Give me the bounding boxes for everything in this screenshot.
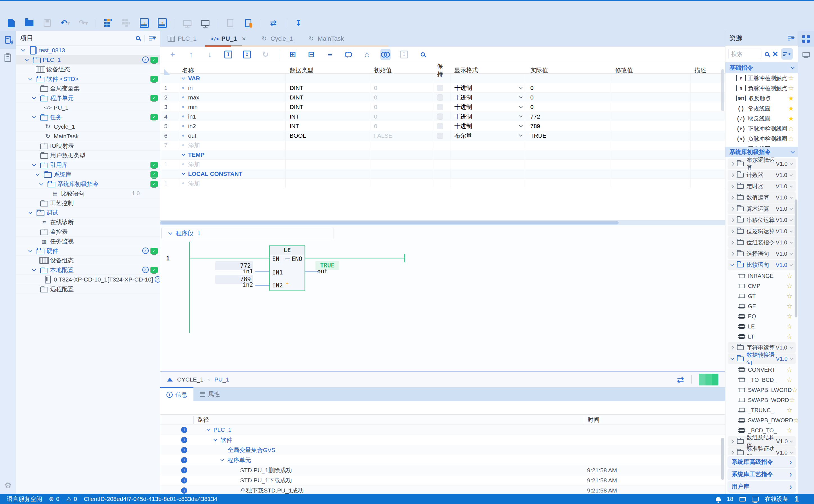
- library-row[interactable]: 位逻辑运算 V1.0: [728, 226, 796, 237]
- dropdown-chevron-icon[interactable]: [519, 95, 523, 99]
- compile-icon[interactable]: [103, 17, 114, 29]
- variable-name[interactable]: TEMP: [188, 151, 205, 158]
- retain-checkbox[interactable]: [437, 94, 443, 101]
- notification-count[interactable]: 18: [727, 496, 733, 502]
- initial-value[interactable]: 0: [374, 113, 377, 120]
- chevron-down-icon[interactable]: [790, 218, 793, 221]
- variable-name[interactable]: in2: [188, 123, 196, 130]
- chevron-down-icon[interactable]: [28, 210, 32, 214]
- chevron-down-icon[interactable]: [32, 114, 36, 118]
- chevron-icon[interactable]: [731, 241, 734, 244]
- library-row[interactable]: 位组装指令 V1.0: [728, 237, 796, 248]
- breadcrumb-unit[interactable]: PU_1: [214, 376, 229, 383]
- chevron-down-icon[interactable]: [790, 346, 793, 349]
- library-row[interactable]: 标准验证功能 V1.0: [728, 447, 796, 455]
- error-count[interactable]: ⊗0: [49, 496, 59, 502]
- chevron-down-icon[interactable]: [28, 76, 32, 80]
- project-tree-item[interactable]: 全局变量集: [16, 84, 160, 93]
- VAR[interactable]: VAR: [160, 74, 725, 83]
- upload-from-device-icon[interactable]: ↑: [156, 17, 168, 29]
- in2-operand[interactable]: in2: [216, 281, 253, 288]
- table-scrollbar[interactable]: [721, 69, 724, 111]
- log-row[interactable]: 软件: [160, 435, 725, 445]
- instruction-item[interactable]: S 置位线圈: [726, 144, 798, 147]
- library-row[interactable]: LT: [728, 332, 796, 342]
- library-row[interactable]: GT: [728, 291, 796, 301]
- log-message[interactable]: STD.PU_1删除成功: [240, 466, 292, 474]
- star-icon[interactable]: [793, 416, 798, 424]
- chevron-down-icon[interactable]: [790, 451, 793, 454]
- online-monitor-icon[interactable]: [199, 17, 211, 29]
- chevron-down-icon[interactable]: [790, 207, 793, 210]
- chevron-down-icon[interactable]: [790, 357, 793, 360]
- bell-icon[interactable]: [716, 497, 721, 501]
- log-message[interactable]: 软件: [221, 436, 232, 444]
- insert-below-icon[interactable]: ⊟: [306, 49, 316, 60]
- chevron-down-icon[interactable]: [790, 162, 793, 165]
- display-format[interactable]: 十进制: [454, 94, 472, 101]
- chevron-down-icon[interactable]: [790, 173, 793, 176]
- star-icon[interactable]: [788, 94, 794, 102]
- project-tree-item[interactable]: 监控表: [16, 227, 160, 237]
- library-row[interactable]: SWAPB_DWORD: [728, 415, 796, 425]
- variable-name[interactable]: min: [188, 104, 198, 110]
- select-all-triangle[interactable]: [164, 69, 170, 75]
- edit-tools-icon[interactable]: [772, 51, 778, 57]
- collapsed-section[interactable]: 系统库工艺指令 ›: [728, 469, 796, 480]
- library-row[interactable]: 比较语句 V1.0: [728, 260, 796, 270]
- variable-name[interactable]: in: [188, 85, 192, 91]
- retain-checkbox[interactable]: [437, 113, 443, 120]
- swap-view-icon[interactable]: ⇄: [677, 375, 684, 385]
- export-icon[interactable]: ↥: [242, 49, 252, 60]
- collapsed-section[interactable]: 用户库 ›: [728, 481, 796, 492]
- star-icon[interactable]: [786, 406, 792, 414]
- project-tree-item[interactable]: 工艺控制: [16, 198, 160, 208]
- chevron-down-icon[interactable]: [28, 248, 32, 252]
- chevron-icon[interactable]: [731, 185, 734, 188]
- display-format[interactable]: 十进制: [454, 113, 472, 121]
- out-operand[interactable]: out: [317, 268, 328, 275]
- variable-name[interactable]: VAR: [188, 75, 200, 82]
- initial-value[interactable]: 0: [374, 94, 377, 101]
- star-icon[interactable]: [788, 135, 794, 143]
- star-icon[interactable]: [788, 125, 794, 133]
- log-row[interactable]: 单独下载STD.PU_1成功 9:21:58 AM: [160, 485, 725, 494]
- project-tree-item[interactable]: 本地配置: [16, 265, 160, 275]
- editor-tab[interactable]: MainTask ×: [300, 31, 351, 47]
- sort-filter-icon[interactable]: [788, 36, 794, 41]
- chevron-down-icon[interactable]: [21, 47, 25, 51]
- project-tree-item[interactable]: test_0813: [16, 46, 160, 55]
- initial-value[interactable]: 0: [374, 104, 377, 110]
- star-icon[interactable]: [786, 272, 792, 280]
- library-row[interactable]: SWAPB_WORD: [728, 395, 796, 405]
- library-row[interactable]: EQ: [728, 311, 796, 321]
- data-type[interactable]: INT: [290, 123, 299, 130]
- chevron-icon[interactable]: [731, 440, 734, 443]
- chevron-icon[interactable]: [731, 207, 734, 211]
- scrollbar-thumb[interactable]: [160, 221, 619, 224]
- instruction-item[interactable]: N 负脉冲检测触点: [726, 83, 798, 93]
- star-icon[interactable]: [786, 366, 792, 374]
- library-row[interactable]: _TRUNC_: [728, 405, 796, 415]
- chevron-down-icon[interactable]: [32, 267, 36, 271]
- import-icon[interactable]: ↧: [223, 49, 234, 60]
- star-icon[interactable]: [788, 105, 794, 112]
- open-project-icon[interactable]: [24, 17, 35, 29]
- chevron-down-icon[interactable]: [168, 231, 172, 235]
- project-tree-item[interactable]: 调试: [16, 208, 160, 217]
- project-tree-item[interactable]: 在线诊断: [16, 217, 160, 227]
- undo-icon[interactable]: ↶▾: [60, 17, 71, 29]
- chevron-down-icon[interactable]: [790, 263, 793, 266]
- project-tree-item[interactable]: PLC_1: [16, 55, 160, 65]
- chevron-down-icon[interactable]: [39, 181, 43, 185]
- search-icon[interactable]: [765, 52, 769, 56]
- tab-info[interactable]: 信息: [160, 387, 193, 401]
- library-row[interactable]: 定时器 V1.0: [728, 181, 796, 192]
- project-tree-item[interactable]: IO映射表: [16, 141, 160, 151]
- collapse-up-icon[interactable]: [167, 378, 172, 382]
- card-write-icon[interactable]: [243, 17, 254, 29]
- log-row[interactable]: 程序单元: [160, 455, 725, 465]
- online-device-icon[interactable]: [752, 497, 759, 501]
- TEMP[interactable]: TEMP: [160, 150, 725, 160]
- chevron-down-icon[interactable]: [25, 57, 29, 61]
